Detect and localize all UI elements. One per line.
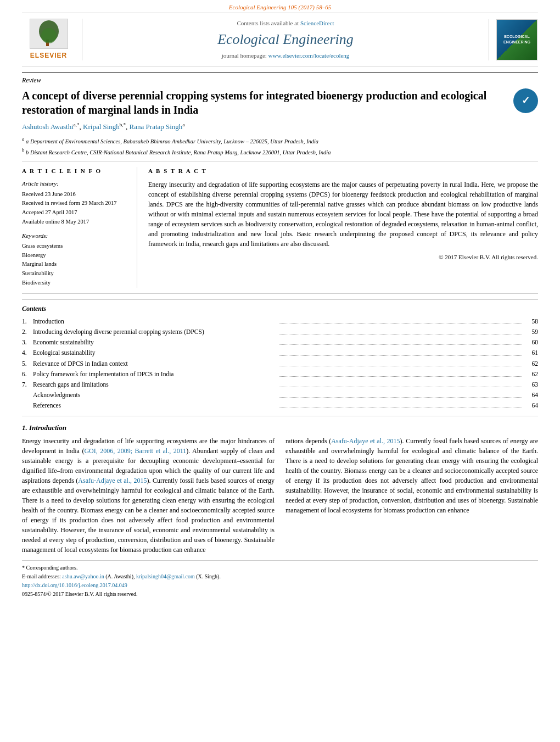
introduction-body: Energy insecurity and degradation of lif… [22, 436, 538, 555]
list-item: 6. Policy framework for implementation o… [22, 370, 538, 378]
author-singh-k[interactable]: Kripal Singh [83, 122, 120, 131]
available-online-date: Available online 8 May 2017 [22, 218, 128, 226]
list-item: 5. Relevance of DPCS in Indian context 6… [22, 359, 538, 368]
journal-center: Contents lists available at ScienceDirec… [89, 19, 482, 60]
email-note: E-mail addresses: ashu.aw@yahoo.in (A. A… [22, 573, 538, 581]
journal-homepage: journal homepage: www.elsevier.com/locat… [89, 52, 482, 60]
keyword-1: Grass ecosystems [22, 242, 128, 250]
keyword-5: Biodiversity [22, 279, 128, 287]
contents-list: 1. Introduction 58 2. Introducing develo… [22, 317, 538, 410]
keyword-which: which [165, 467, 181, 475]
list-item: 2. Introducing developing diverse perenn… [22, 327, 538, 336]
introduction-col1: Energy insecurity and degradation of lif… [22, 436, 275, 555]
email-awasthi[interactable]: ashu.aw@yahoo.in [62, 573, 104, 579]
ref-goi[interactable]: GOI, 2006, 2009; Barrett et al., 2011 [84, 447, 186, 455]
issn-line: 0925-8574/© 2017 Elsevier B.V. All right… [22, 590, 538, 598]
contents-header: Contents [22, 304, 538, 314]
ref-asafu[interactable]: Asafu-Adjaye et al., 2015 [78, 477, 147, 484]
list-item: Acknowledgments 64 [22, 390, 538, 399]
authors-line: Ashutosh Awasthia,*, Kripal Singhb,*, Ra… [22, 121, 538, 132]
footnote-section: * Corresponding authors. E-mail addresse… [22, 560, 538, 598]
history-label: Article history: [22, 180, 128, 188]
article-info-column: A R T I C L E I N F O Article history: R… [22, 167, 137, 288]
elsevier-logo: ELSEVIER [22, 19, 82, 60]
article-history: Article history: Received 23 June 2016 R… [22, 180, 128, 226]
article-title-section: A concept of diverse perennial cropping … [22, 88, 538, 117]
journal-logo-box: ECOLOGICAL ENGINEERING [496, 19, 537, 60]
ref-asafu2[interactable]: Asafu-Adjaye et al., 2015 [331, 437, 400, 445]
svg-point-2 [41, 28, 57, 43]
journal-header: ELSEVIER Contents lists available at Sci… [22, 13, 538, 66]
crossmark-badge: ✓ [513, 88, 538, 113]
abstract-header: A B S T R A C T [148, 167, 538, 175]
received-revised-date: Received in revised form 29 March 2017 [22, 199, 128, 208]
author-awasthi[interactable]: Ashutosh Awasthi [22, 122, 74, 131]
author-singh-rp[interactable]: Rana Pratap Singh [130, 122, 183, 131]
introduction-header: 1. Introduction [22, 423, 538, 433]
journal-homepage-url[interactable]: www.elsevier.com/locate/ecoleng [268, 52, 350, 59]
article-info-header: A R T I C L E I N F O [22, 167, 128, 175]
corresponding-note: * Corresponding authors. [22, 564, 538, 572]
introduction-col2: rations depends (Asafu-Adjaye et al., 20… [285, 436, 538, 555]
contents-section: Contents 1. Introduction 58 2. Introduci… [22, 299, 538, 416]
sciencedirect-url[interactable]: ScienceDirect [300, 20, 334, 26]
keyword-2: Bioenergy [22, 252, 128, 260]
affiliations: a a Department of Environmental Sciences… [22, 136, 538, 157]
article-type: Review [22, 72, 538, 85]
keyword-from: from [60, 467, 73, 475]
keywords-section: Keywords: Grass ecosystems Bioenergy Mar… [22, 232, 128, 287]
list-item: References 64 [22, 401, 538, 410]
accepted-date: Accepted 27 April 2017 [22, 209, 128, 217]
doi-line: http://dx.doi.org/10.1016/j.ecoleng.2017… [22, 582, 538, 589]
journal-citation: Ecological Engineering 105 (2017) 58–65 [22, 0, 538, 13]
list-item: 3. Economic sustainability 60 [22, 338, 538, 347]
sciencedirect-link: Contents lists available at ScienceDirec… [89, 19, 482, 27]
list-item: 7. Research gaps and limitations 63 [22, 380, 538, 389]
email-singh[interactable]: kripalsingh04@gmail.com [136, 573, 195, 579]
journal-logo-right: ECOLOGICAL ENGINEERING [489, 19, 538, 60]
journal-title: Ecological Engineering [89, 30, 482, 49]
abstract-column: A B S T R A C T Energy insecurity and de… [148, 167, 538, 288]
keyword-3: Marginal lands [22, 260, 128, 269]
keywords-label: Keywords: [22, 232, 128, 240]
keyword-4: Sustainability [22, 270, 128, 278]
affiliation-a: a a Department of Environmental Sciences… [22, 136, 538, 146]
list-item: 4. Ecological sustainability 61 [22, 348, 538, 357]
affiliation-b: b b Distant Research Centre, CSIR-Nation… [22, 147, 538, 157]
info-abstract-section: A R T I C L E I N F O Article history: R… [22, 161, 538, 294]
list-item: 1. Introduction 58 [22, 317, 538, 326]
abstract-text: Energy insecurity and degradation of lif… [148, 180, 538, 249]
doi-link[interactable]: http://dx.doi.org/10.1016/j.ecoleng.2017… [22, 582, 127, 588]
elsevier-tree-image [30, 19, 68, 49]
elsevier-label: ELSEVIER [30, 51, 67, 60]
article-title: A concept of diverse perennial cropping … [22, 88, 505, 117]
received-date: Received 23 June 2016 [22, 191, 128, 199]
copyright-line: © 2017 Elsevier B.V. All rights reserved… [148, 253, 538, 261]
